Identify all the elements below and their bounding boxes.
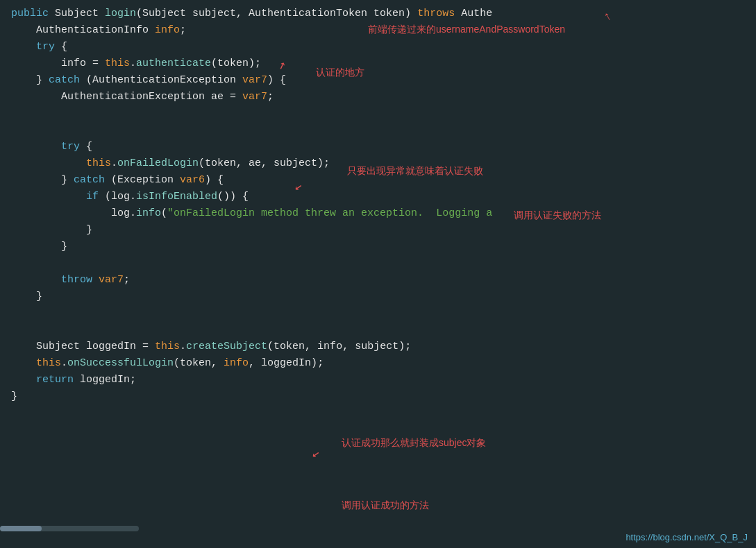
arrow-5: ↙ (311, 445, 321, 461)
code-line-23: return loggedIn; (11, 372, 756, 388)
code-editor: public Subject login(Subject subject, Au… (0, 0, 756, 411)
code-line-24: } (11, 388, 756, 405)
code-line-20 (11, 322, 756, 339)
code-line-13: log.info("onFailedLogin method threw an … (11, 205, 756, 222)
scrollbar-thumb[interactable] (0, 526, 42, 531)
code-line-19 (11, 305, 756, 322)
code-line-10: this.onFailedLogin(token, ae, subject); (11, 155, 756, 172)
code-line-9: try { (11, 139, 756, 155)
code-line-4: info = this.authenticate(token); (11, 55, 756, 72)
code-line-22: this.onSuccessfulLogin(token, info, logg… (11, 355, 756, 372)
code-line-16 (11, 255, 756, 272)
code-line-5: } catch (AuthenticationException var7) { (11, 72, 756, 89)
code-line-2: AuthenticationInfo info; (11, 22, 756, 39)
code-line-21: Subject loggedIn = this.createSubject(to… (11, 339, 756, 355)
scrollbar[interactable] (0, 526, 139, 531)
code-line-12: if (log.isInfoEnabled()) { (11, 189, 756, 205)
code-line-8 (11, 122, 756, 139)
blog-url: https://blog.csdn.net/X_Q_B_J (625, 532, 748, 542)
code-line-7 (11, 105, 756, 122)
code-line-3: try { (11, 39, 756, 55)
code-line-18: } (11, 289, 756, 305)
annotation-auth-success: 认证成功那么就封装成subjec对象 (342, 437, 486, 449)
code-line-14: } (11, 222, 756, 239)
code-line-15: } (11, 239, 756, 255)
code-line-17: throw var7; (11, 272, 756, 289)
annotation-call-success: 调用认证成功的方法 (342, 499, 429, 512)
code-line-6: AuthenticationException ae = var7; (11, 89, 756, 105)
code-line-11: } catch (Exception var6) { (11, 172, 756, 189)
code-line-1: public Subject login(Subject subject, Au… (11, 6, 756, 22)
